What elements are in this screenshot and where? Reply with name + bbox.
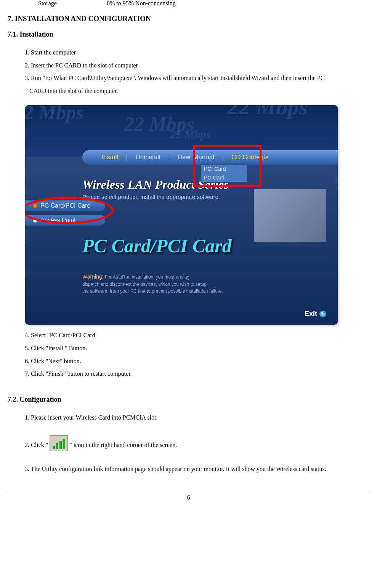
step-1: 1. Start the computer (25, 46, 369, 59)
warning-label: Warning: (82, 274, 104, 280)
step-3: 3. Run "E:\ Wlan PC Card\Utility\Setup.e… (25, 72, 369, 85)
step-3-cont: CARD into the slot of the computer. (25, 85, 369, 98)
installer-screenshot: 22 Mbps 22 Mbps 22 Mbps 22 Mbps Install … (25, 105, 338, 325)
config-step-3: 3. The Utility configuration link inform… (25, 463, 369, 476)
exit-button[interactable]: Exit ↻ (305, 310, 326, 318)
product-title: PC Card/PCI Card (82, 235, 232, 257)
warning-line: dispatch and disconnect the devices, whi… (82, 282, 207, 287)
warning-line: the software, from your PC first to prev… (82, 288, 223, 294)
heading-configuration: 7.2. Configuration (8, 396, 369, 404)
heading-installation: 7.1. Installation (8, 30, 369, 38)
step-7: 7. Click "Finish" button to restart comp… (25, 367, 369, 380)
nav-uninstall[interactable]: Uninstall (127, 154, 169, 161)
nav-install[interactable]: Install (82, 154, 127, 161)
exit-label: Exit (305, 310, 317, 318)
step-2: 2. Insert the PC CARD to the slot of com… (25, 59, 369, 72)
highlight-box-icon (193, 145, 261, 187)
config-step-2a: 2. Click " (25, 439, 48, 452)
page-number: 6 (187, 494, 190, 501)
bg-text: 22 Mbps (25, 105, 83, 124)
warning-text: Warning: For AutoRun installation, you m… (82, 273, 223, 295)
step-4: 4. Select "PC Card/PCI Card" (25, 329, 369, 342)
step-5: 5. Click "Install " Button. (25, 342, 369, 355)
step-6: 6. Click "Next" button. (25, 355, 369, 368)
signal-strength-icon[interactable] (50, 435, 68, 451)
exit-icon: ↻ (319, 311, 326, 317)
config-step-1: 1. Please insert your Wireless Card into… (25, 411, 369, 424)
spec-label: Storage (38, 0, 107, 7)
heading-installation-config: 7. INSTALLATION AND CONFIGURATION (8, 14, 369, 23)
bg-text: 22 Mbps (227, 105, 308, 120)
family-photo (254, 189, 326, 242)
config-step-2b: " icon in the right hand corner of the s… (69, 439, 177, 452)
warning-line: For AutoRun installation, you must unplu… (105, 274, 191, 280)
bg-text: 22 Mbps (170, 128, 210, 141)
spec-value: 0% to 95% Non-condensing (107, 0, 176, 7)
